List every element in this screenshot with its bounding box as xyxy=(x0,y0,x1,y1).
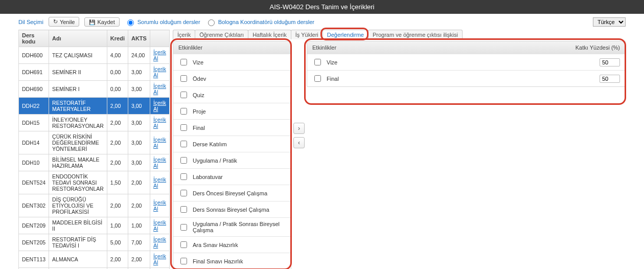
col-ders-kodu[interactable]: Ders kodu xyxy=(19,30,49,47)
activity-checkbox[interactable] xyxy=(180,206,187,213)
activities-source-panel: Etkinlikler VizeÖdevQuizProjeFinalDerse … xyxy=(173,41,291,269)
activity-target-row[interactable]: Vize xyxy=(307,54,625,70)
table-row[interactable]: DENT205RESTORATİF DİŞ TEDAVİSİ I5,007,00… xyxy=(19,234,170,251)
table-row[interactable]: DDH691SEMİNER II0,003,00İçerik Al xyxy=(19,64,170,81)
save-icon xyxy=(89,19,95,25)
refresh-icon xyxy=(53,18,58,25)
activity-checkbox[interactable] xyxy=(180,190,187,196)
activity-checkbox[interactable] xyxy=(180,241,187,248)
cell-akts: 3,00 xyxy=(128,81,150,98)
activity-source-row[interactable]: Quiz xyxy=(173,86,291,103)
tab-3[interactable]: İş Yükleri xyxy=(291,30,323,39)
radio-bologna[interactable]: Bologna Koordinatörü olduğum dersler xyxy=(205,18,314,26)
icerik-al-link[interactable]: İçerik Al xyxy=(153,236,166,249)
activity-checkbox[interactable] xyxy=(180,75,187,82)
radio-sorumlu[interactable]: Sorumlu olduğum dersler xyxy=(125,18,200,26)
activity-source-row[interactable]: Ders Sonrası Bireysel Çalışma xyxy=(173,201,291,217)
table-row[interactable]: DENT302DİŞ ÇÜRÜĞÜ ETİYOLOJİSİ VE PROFİLA… xyxy=(19,194,170,217)
cell-kod: DDH15 xyxy=(19,115,49,131)
table-row[interactable]: DDH15İNLEY/ONLEY RESTORASYONLAR2,003,00İ… xyxy=(19,115,170,131)
percent-input[interactable] xyxy=(600,75,620,83)
activity-source-row[interactable]: Ara Sınav Hazırlık xyxy=(173,236,291,253)
activity-source-row[interactable]: Ders Öncesi Bireysel Çalışma xyxy=(173,185,291,201)
icerik-al-link[interactable]: İçerik Al xyxy=(153,156,166,169)
activity-checkbox[interactable] xyxy=(180,124,187,131)
kaydet-button[interactable]: Kaydet xyxy=(84,17,119,27)
icerik-al-link[interactable]: İçerik Al xyxy=(153,176,166,189)
activity-source-row[interactable]: Laboratuvar xyxy=(173,168,291,185)
move-right-button[interactable]: › xyxy=(293,123,305,134)
icerik-al-link[interactable]: İçerik Al xyxy=(153,117,166,129)
cell-ad: MADDELER BİLGİSİ II xyxy=(49,217,107,234)
col-akts[interactable]: AKTS xyxy=(128,30,150,47)
col-adi[interactable]: Adı xyxy=(49,30,107,47)
table-row[interactable]: DENT524ENDODONTİK TEDAVİ SONRASI RESTORA… xyxy=(19,171,170,194)
activity-checkbox[interactable] xyxy=(180,92,187,98)
icerik-al-link[interactable]: İçerik Al xyxy=(153,137,166,149)
icerik-al-link[interactable]: İçerik Al xyxy=(153,219,166,232)
move-left-button[interactable]: ‹ xyxy=(293,137,305,148)
percent-input[interactable] xyxy=(600,58,620,66)
tab-1[interactable]: Öğrenme Çıktıları xyxy=(195,30,248,39)
cell-akts: 3,00 xyxy=(128,154,150,171)
cell-ad: RESTORATİF MATERYALLER xyxy=(49,98,107,115)
activity-source-row[interactable]: Ödev xyxy=(173,70,291,86)
cell-kredi: 1,00 xyxy=(107,217,128,234)
activity-source-row[interactable]: Proje xyxy=(173,103,291,119)
cell-akts: 3,00 xyxy=(128,98,150,115)
activity-checkbox[interactable] xyxy=(180,173,187,180)
table-row[interactable]: DDH10BİLİMSEL MAKALE HAZIRLAMA2,003,00İç… xyxy=(19,154,170,171)
table-row[interactable]: DDH600TEZ ÇALIŞMASI4,0024,00İçerik Al xyxy=(19,47,170,64)
activity-checkbox[interactable] xyxy=(314,59,321,65)
activity-checkbox[interactable] xyxy=(180,224,187,231)
activity-label: Ders Sonrası Bireysel Çalışma xyxy=(193,207,269,213)
activity-checkbox[interactable] xyxy=(180,108,187,115)
activity-source-row[interactable]: Uygulama / Pratik xyxy=(173,152,291,168)
icerik-al-link[interactable]: İçerik Al xyxy=(153,253,166,265)
activity-checkbox[interactable] xyxy=(314,75,321,82)
tab-0[interactable]: İçerik xyxy=(173,30,195,39)
activity-label: Uygulama / Pratik Sonrası Bireysel Çalış… xyxy=(193,221,286,233)
cell-kredi: 2,00 xyxy=(107,131,128,154)
cell-ad: SEMİNER I xyxy=(49,81,107,98)
cell-kod: DDH691 xyxy=(19,64,49,81)
activity-source-row[interactable]: Derse Katılım xyxy=(173,136,291,152)
table-row[interactable]: DDH690SEMİNER I0,003,00İçerik Al xyxy=(19,81,170,98)
activity-checkbox[interactable] xyxy=(180,258,187,264)
activity-target-row[interactable]: Final xyxy=(307,70,625,86)
col-kredi[interactable]: Kredi xyxy=(107,30,128,47)
table-row[interactable]: DDH22RESTORATİF MATERYALLER2,003,00İçeri… xyxy=(19,98,170,115)
cell-ad: DİŞ ÇÜRÜĞÜ ETİYOLOJİSİ VE PROFİLAKSİSİ xyxy=(49,194,107,217)
activity-label: Laboratuvar xyxy=(193,174,223,180)
cell-ad: TEZ ÇALIŞMASI xyxy=(49,47,107,64)
activity-label: Final Sınavı Hazırlık xyxy=(193,258,243,264)
left-panel-header: Etkinlikler xyxy=(178,44,202,51)
tab-4[interactable]: Değerlendirme xyxy=(323,30,369,39)
tab-2[interactable]: Haftalık İçerik xyxy=(248,30,291,39)
table-row[interactable]: DENT113ALMANCA2,002,00İçerik Al xyxy=(19,251,170,268)
table-row[interactable]: DDH14ÇÜRÜK RİSKİNİ DEĞERLENDİRME YÖNTEML… xyxy=(19,131,170,154)
activity-source-row[interactable]: Uygulama / Pratik Sonrası Bireysel Çalış… xyxy=(173,217,291,236)
cell-akts: 2,00 xyxy=(128,171,150,194)
activity-checkbox[interactable] xyxy=(180,157,187,164)
cell-kredi: 0,00 xyxy=(107,64,128,81)
table-row[interactable]: DENT209MADDELER BİLGİSİ II1,001,00İçerik… xyxy=(19,217,170,234)
tab-5[interactable]: Program ve öğrenme çıktısı ilişkisi xyxy=(368,30,463,39)
cell-kredi: 2,00 xyxy=(107,98,128,115)
activity-checkbox[interactable] xyxy=(180,141,187,147)
language-select[interactable]: Türkçe xyxy=(593,17,626,27)
activity-label: Final xyxy=(193,125,205,131)
activity-label: Ara Sınav Hazırlık xyxy=(193,242,238,248)
activity-source-row[interactable]: Final xyxy=(173,119,291,136)
yenile-button[interactable]: Yenile xyxy=(49,17,80,27)
icerik-al-link[interactable]: İçerik Al xyxy=(153,66,166,78)
icerik-al-link[interactable]: İçerik Al xyxy=(153,49,166,61)
cell-akts: 3,00 xyxy=(128,115,150,131)
icerik-al-link[interactable]: İçerik Al xyxy=(153,199,166,212)
activity-source-row[interactable]: Vize xyxy=(173,54,291,70)
activities-target-panel: Etkinlikler Katkı Yüzdesi (%) VizeFinal xyxy=(307,41,626,87)
activity-source-row[interactable]: Final Sınavı Hazırlık xyxy=(173,253,291,269)
activity-checkbox[interactable] xyxy=(180,59,187,65)
icerik-al-link[interactable]: İçerik Al xyxy=(153,83,166,95)
icerik-al-link[interactable]: İçerik Al xyxy=(153,100,166,112)
